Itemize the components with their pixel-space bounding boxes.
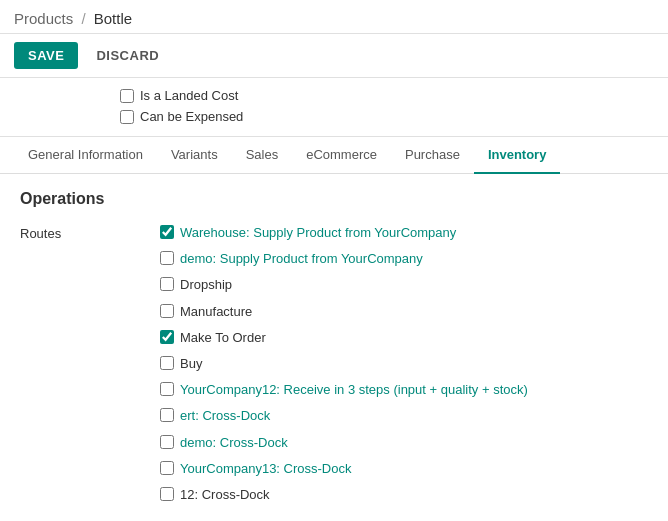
route-checkbox-r7[interactable] [160,382,174,396]
content-area: Operations Routes Warehouse: Supply Prod… [0,174,668,515]
tab-general[interactable]: General Information [14,137,157,174]
routes-list: Warehouse: Supply Product from YourCompa… [160,224,528,504]
can-be-expensed-checkbox[interactable] [120,110,134,124]
route-label-r9[interactable]: demo: Cross-Dock [180,434,288,452]
top-header: Products / Bottle [0,0,668,34]
route-item: demo: Supply Product from YourCompany [160,250,528,268]
route-checkbox-r11[interactable] [160,487,174,501]
route-label-r2[interactable]: demo: Supply Product from YourCompany [180,250,423,268]
route-label-r3[interactable]: Dropship [180,276,232,294]
checkbox-area: Is a Landed Cost Can be Expensed [0,78,668,137]
is-landed-cost-label[interactable]: Is a Landed Cost [140,88,238,103]
tab-variants[interactable]: Variants [157,137,232,174]
is-landed-cost-checkbox[interactable] [120,89,134,103]
route-label-r8[interactable]: ert: Cross-Dock [180,407,270,425]
route-item: YourCompany13: Cross-Dock [160,460,528,478]
route-checkbox-r3[interactable] [160,277,174,291]
breadcrumb-current: Bottle [94,10,132,27]
route-item: Buy [160,355,528,373]
route-item: YourCompany12: Receive in 3 steps (input… [160,381,528,399]
route-label-r6[interactable]: Buy [180,355,202,373]
tab-purchase[interactable]: Purchase [391,137,474,174]
tab-ecommerce[interactable]: eCommerce [292,137,391,174]
route-checkbox-r9[interactable] [160,435,174,449]
route-checkbox-r1[interactable] [160,225,174,239]
route-item: ert: Cross-Dock [160,407,528,425]
can-be-expensed-row: Can be Expensed [120,109,654,124]
route-checkbox-r10[interactable] [160,461,174,475]
breadcrumb-separator: / [81,10,85,27]
action-bar: SAVE DISCARD [0,34,668,78]
route-item: Warehouse: Supply Product from YourCompa… [160,224,528,242]
route-item: demo: Cross-Dock [160,434,528,452]
route-label-r11[interactable]: 12: Cross-Dock [180,486,270,504]
tab-sales[interactable]: Sales [232,137,293,174]
route-label-r4[interactable]: Manufacture [180,303,252,321]
operations-title: Operations [20,190,648,208]
routes-label: Routes [20,224,160,504]
route-item: Manufacture [160,303,528,321]
route-checkbox-r5[interactable] [160,330,174,344]
can-be-expensed-label[interactable]: Can be Expensed [140,109,243,124]
is-landed-cost-row: Is a Landed Cost [120,88,654,103]
breadcrumb-parent[interactable]: Products [14,10,73,27]
tabs: General Information Variants Sales eComm… [0,137,668,174]
route-label-r1[interactable]: Warehouse: Supply Product from YourCompa… [180,224,456,242]
route-item: 12: Cross-Dock [160,486,528,504]
route-checkbox-r6[interactable] [160,356,174,370]
route-checkbox-r8[interactable] [160,408,174,422]
tab-inventory[interactable]: Inventory [474,137,561,174]
discard-button[interactable]: DISCARD [86,42,169,69]
route-checkbox-r2[interactable] [160,251,174,265]
route-checkbox-r4[interactable] [160,304,174,318]
route-label-r5[interactable]: Make To Order [180,329,266,347]
routes-row: Routes Warehouse: Supply Product from Yo… [20,224,648,504]
route-item: Dropship [160,276,528,294]
route-label-r7[interactable]: YourCompany12: Receive in 3 steps (input… [180,381,528,399]
save-button[interactable]: SAVE [14,42,78,69]
route-item: Make To Order [160,329,528,347]
route-label-r10[interactable]: YourCompany13: Cross-Dock [180,460,351,478]
breadcrumb: Products / Bottle [14,10,132,27]
